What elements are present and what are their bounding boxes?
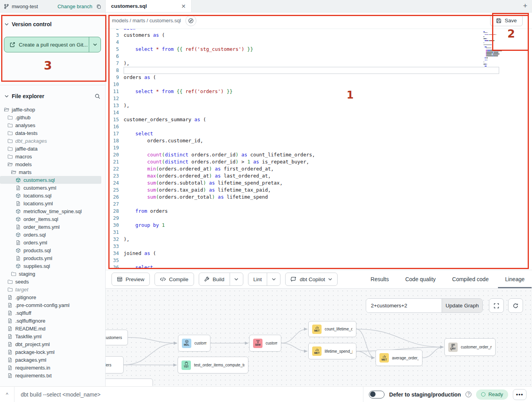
file-tree-item-models[interactable]: models <box>0 160 105 168</box>
file-tree-item-locations-sql[interactable]: locations.sql <box>0 192 105 199</box>
copilot-assist-icon[interactable] <box>185 15 196 26</box>
code-line-34[interactable]: 34joined as ( <box>106 250 532 257</box>
file-tree-item-order-items-yml[interactable]: order_items.yml <box>0 223 105 231</box>
preview-button[interactable]: Preview <box>111 273 150 286</box>
code-line-28[interactable]: 28 from orders <box>106 208 532 215</box>
file-tree-item-dbt-project-yml[interactable]: dbt_project.yml <box>0 340 105 348</box>
defer-toggle[interactable] <box>369 391 385 398</box>
file-tree-item-products-yml[interactable]: products.yml <box>0 254 105 262</box>
code-line-19[interactable]: 19 <box>106 144 532 151</box>
code-line-32[interactable]: 32), <box>106 236 532 243</box>
file-tree-item-seeds[interactable]: seeds <box>0 278 105 285</box>
code-line-10[interactable]: 10 <box>106 81 532 88</box>
close-icon[interactable]: ✕ <box>181 3 186 9</box>
new-tab-button[interactable]: + <box>523 2 527 10</box>
code-line-21[interactable]: 21 count(distinct orders.order_id) > 1 a… <box>106 158 532 165</box>
file-tree-item-jaffle-shop[interactable]: jaffle-shop <box>0 106 105 113</box>
tab-lineage[interactable]: Lineage <box>503 270 526 288</box>
code-line-26[interactable]: 26 sum(orders.order_total) as lifetime_s… <box>106 194 532 201</box>
code-line-12[interactable]: 12 <box>106 95 532 102</box>
update-graph-button[interactable]: Update Graph <box>442 299 482 312</box>
chevron-down-icon[interactable] <box>5 95 9 97</box>
lineage-node-mdl_customers[interactable]: MDLcustomers <box>178 335 210 352</box>
lineage-selector-input[interactable] <box>366 299 442 312</box>
file-tree-item--github[interactable]: .github <box>0 113 105 121</box>
change-branch-link[interactable]: Change branch <box>58 4 92 9</box>
code-line-9[interactable]: 9orders as ( <box>106 74 532 81</box>
minimap[interactable] <box>483 31 514 67</box>
lint-dropdown-toggle[interactable] <box>267 273 280 285</box>
code-line-23[interactable]: 23 max(orders.ordered_at) as last_ordere… <box>106 172 532 179</box>
file-tree-item-customers-sql[interactable]: customers.sql <box>0 176 101 184</box>
lineage-node-qry_metrics[interactable]: QRYcustomer_order_metrics <box>444 338 496 356</box>
code-line-11[interactable]: 11 select * from {{ ref('orders') }} <box>106 88 532 95</box>
copy-icon[interactable] <box>96 4 101 9</box>
lineage-node-met_pretax[interactable]: METlifetime_spend_pretax <box>308 343 356 359</box>
compile-button[interactable]: Compile <box>155 273 194 286</box>
code-line-4[interactable]: 4 <box>106 39 532 46</box>
code-line-3[interactable]: 3customers as ( <box>106 32 532 39</box>
file-tree-item-metricflow-time-spine-sql[interactable]: metricflow_time_spine.sql <box>0 207 105 215</box>
chevron-down-icon[interactable] <box>5 23 9 25</box>
code-line-6[interactable]: 6 <box>106 53 532 60</box>
lineage-node-orders[interactable]: orders <box>106 356 124 373</box>
code-line-16[interactable]: 16 <box>106 123 532 130</box>
lineage-node-partial_node[interactable] <box>106 379 153 386</box>
file-tree-item-order-items-sql[interactable]: order_items.sql <box>0 215 105 223</box>
lint-button[interactable]: Lint <box>248 273 281 286</box>
file-tree-item--sqlfluffignore[interactable]: .sqlfluffignore <box>0 317 105 325</box>
file-tree-item-orders-sql[interactable]: orders.sql <box>0 231 105 239</box>
save-button[interactable]: Save <box>490 15 523 26</box>
code-line-30[interactable]: 30 group by 1 <box>106 222 532 229</box>
lineage-node-met_count[interactable]: METcount_lifetime_orders <box>308 321 356 337</box>
code-line-2[interactable]: 2with <box>106 29 532 32</box>
code-line-15[interactable]: 15customer_orders_summary as ( <box>106 116 532 123</box>
collapse-command-bar-icon[interactable]: ^ <box>0 387 14 402</box>
file-tree-item-readme-md[interactable]: README.md <box>0 325 105 332</box>
search-icon[interactable] <box>95 93 101 99</box>
lineage-node-met_avg[interactable]: METaverage_order_value <box>376 350 422 366</box>
code-line-29[interactable]: 29 <box>106 215 532 222</box>
create-pull-request-button[interactable]: Create a pull request on Git... <box>4 37 101 52</box>
file-tree-item-marts[interactable]: marts <box>0 168 105 176</box>
file-tree-item--sqlfluff[interactable]: .sqlfluff <box>0 309 105 317</box>
file-tree-item--pre-commit-config-yaml[interactable]: .pre-commit-config.yaml <box>0 301 105 309</box>
code-line-5[interactable]: 5 select * from {{ ref('stg_customers') … <box>106 46 532 53</box>
file-tree-item-staging[interactable]: staging <box>0 270 105 278</box>
help-icon[interactable]: ? <box>466 391 471 397</box>
lineage-node-sem_customers[interactable]: SEMcustomers <box>249 335 281 352</box>
code-line-22[interactable]: 22 min(orders.ordered_at) as first_order… <box>106 165 532 172</box>
lineage-node-tst_node[interactable]: TSTtest_order_items_compute_to_bools... <box>178 357 248 373</box>
file-tree-item-package-lock-yml[interactable]: package-lock.yml <box>0 348 105 356</box>
code-line-13[interactable]: 13), <box>106 102 532 109</box>
file-tree-item-dbt-packages[interactable]: dbt_packages <box>0 137 105 145</box>
build-dropdown-toggle[interactable] <box>230 273 243 285</box>
pr-dropdown-toggle[interactable] <box>89 37 101 52</box>
file-tree-item--gitignore[interactable]: .gitignore <box>0 293 105 301</box>
code-line-14[interactable]: 14 <box>106 109 532 116</box>
lineage-node-stg_customers[interactable]: stg_customers <box>106 330 128 345</box>
code-line-36[interactable]: 36 select <box>106 264 532 270</box>
code-line-31[interactable]: 31 <box>106 229 532 236</box>
code-line-8[interactable]: 8 <box>106 67 532 74</box>
file-tree-item-taskfile-yml[interactable]: Taskfile.yml <box>0 332 105 340</box>
code-line-20[interactable]: 20 count(distinct orders.order_id) as co… <box>106 151 532 158</box>
code-line-17[interactable]: 17 select <box>106 130 532 137</box>
file-tree-item-supplies-sql[interactable]: supplies.sql <box>0 262 105 270</box>
file-tree-item-analyses[interactable]: analyses <box>0 121 105 129</box>
lineage-panel[interactable]: stg_customersordersMDLcustomersTSTtest_o… <box>106 289 532 386</box>
build-button[interactable]: Build <box>199 273 243 286</box>
file-tree-item-data-tests[interactable]: data-tests <box>0 129 105 137</box>
tab-customers-sql[interactable]: customers.sql ✕ <box>106 0 192 12</box>
code-line-27[interactable]: 27 <box>106 201 532 208</box>
code-line-35[interactable]: 35 <box>106 257 532 264</box>
file-tree-item-target[interactable]: target <box>0 285 105 293</box>
code-line-24[interactable]: 24 sum(orders.subtotal) as lifetime_spen… <box>106 179 532 187</box>
file-tree-item-jaffle-data[interactable]: jaffle-data <box>0 145 105 153</box>
code-line-33[interactable]: 33 <box>106 243 532 250</box>
file-tree-item-customers-yml[interactable]: customers.yml <box>0 184 105 192</box>
file-tree-item-requirements-txt[interactable]: requirements.txt <box>0 371 105 379</box>
tab-results[interactable]: Results <box>369 270 390 288</box>
more-options-button[interactable]: ••• <box>513 389 527 400</box>
tab-code-quality[interactable]: Code quality <box>404 270 437 288</box>
